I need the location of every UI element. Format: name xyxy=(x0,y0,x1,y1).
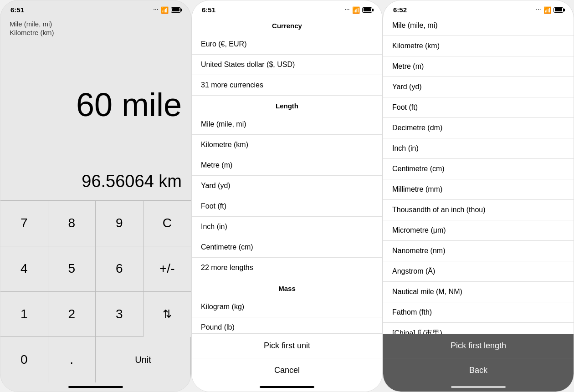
unit-item-foot[interactable]: Foot (ft) xyxy=(192,196,382,217)
status-icons-2: ··· 📶 xyxy=(345,6,372,14)
time-1: 6:51 xyxy=(10,6,24,14)
home-bar-3 xyxy=(451,386,506,388)
wifi-icon-1: 📶 xyxy=(161,6,169,14)
key-8[interactable]: 8 xyxy=(48,201,96,246)
panel2-bottom-bar: Pick first unit Cancel xyxy=(192,333,382,382)
key-2[interactable]: 2 xyxy=(48,292,96,337)
length-item-thou[interactable]: Thousandth of an inch (thou) xyxy=(383,200,574,220)
unit-item-yard[interactable]: Yard (yd) xyxy=(192,176,382,196)
home-indicator-2 xyxy=(192,382,382,392)
unit-item-centimetre[interactable]: Centimetre (cm) xyxy=(192,237,382,258)
length-item-yard[interactable]: Yard (yd) xyxy=(383,77,574,97)
length-picker-panel: 6:52 ··· 📶 Mile (mile, mi) Kilometre (km… xyxy=(383,0,574,392)
length-item-nautical[interactable]: Nautical mile (M, NM) xyxy=(383,282,574,302)
unit-item-mile[interactable]: Mile (mile, mi) xyxy=(192,114,382,135)
length-item-km[interactable]: Kilometre (km) xyxy=(383,36,574,56)
wifi-icon-3: 📶 xyxy=(543,6,551,14)
unit-picker-panel: 6:51 ··· 📶 Currency Euro (€, EUR) United… xyxy=(191,0,383,392)
length-item-micrometre[interactable]: Micrometre (μm) xyxy=(383,220,574,241)
wifi-icon-2: 📶 xyxy=(352,6,360,14)
key-7[interactable]: 7 xyxy=(0,201,48,246)
key-unit[interactable]: Unit xyxy=(96,337,191,382)
unit-item-more-currencies[interactable]: 31 more currencies xyxy=(192,75,382,96)
battery-icon-1 xyxy=(171,7,181,13)
unit-item-metre[interactable]: Metre (m) xyxy=(192,155,382,176)
calc-big-value: 60 mile xyxy=(10,37,182,172)
length-item-inch[interactable]: Inch (in) xyxy=(383,138,574,159)
key-9[interactable]: 9 xyxy=(96,201,144,246)
calc-small-value: 96.56064 km xyxy=(10,172,182,191)
signal-dots-1: ··· xyxy=(154,7,159,12)
key-1[interactable]: 1 xyxy=(0,292,48,337)
key-6[interactable]: 6 xyxy=(96,246,144,292)
section-header-mass: Mass xyxy=(192,278,382,297)
length-list: Mile (mile, mi) Kilometre (km) Metre (m)… xyxy=(383,15,574,334)
section-header-length: Length xyxy=(192,96,382,114)
calc-keypad: 7 8 9 C 4 5 6 +/- 1 2 3 ⇅ 0 . Unit xyxy=(0,200,191,382)
key-3[interactable]: 3 xyxy=(96,292,144,337)
unit-list: Currency Euro (€, EUR) United States dol… xyxy=(192,15,382,333)
status-icons-1: ··· 📶 xyxy=(154,6,181,14)
unit-item-inch[interactable]: Inch (in) xyxy=(192,217,382,237)
unit-item-euro[interactable]: Euro (€, EUR) xyxy=(192,34,382,55)
unit-item-pound[interactable]: Pound (lb) xyxy=(192,317,382,333)
home-indicator-1 xyxy=(0,382,191,392)
length-item-centimetre[interactable]: Centimetre (cm) xyxy=(383,159,574,179)
signal-dots-2: ··· xyxy=(345,7,350,12)
length-item-millimetre[interactable]: Millimetre (mm) xyxy=(383,179,574,200)
length-item-nanometre[interactable]: Nanometre (nm) xyxy=(383,241,574,261)
battery-icon-3 xyxy=(554,7,564,13)
status-icons-3: ··· 📶 xyxy=(536,6,564,14)
pick-first-length-button[interactable]: Pick first length xyxy=(383,334,574,358)
key-swap[interactable]: ⇅ xyxy=(144,292,191,337)
battery-icon-2 xyxy=(362,7,372,13)
key-decimal[interactable]: . xyxy=(48,337,96,382)
unit-item-kilogram[interactable]: Kilogram (kg) xyxy=(192,297,382,317)
key-clear[interactable]: C xyxy=(144,201,191,246)
status-bar-2: 6:51 ··· 📶 xyxy=(192,0,382,15)
unit-item-km[interactable]: Kilometre (km) xyxy=(192,135,382,155)
unit-item-usd[interactable]: United States dollar ($, USD) xyxy=(192,55,382,75)
section-header-currency: Currency xyxy=(192,15,382,34)
status-bar-3: 6:52 ··· 📶 xyxy=(383,0,574,15)
calc-unit-label-2: Kilometre (km) xyxy=(10,29,182,36)
home-indicator-3 xyxy=(383,382,574,392)
key-0[interactable]: 0 xyxy=(0,337,48,382)
panel3-bottom-bar: Pick first length Back xyxy=(383,334,574,382)
key-plusminus[interactable]: +/- xyxy=(144,246,191,292)
time-3: 6:52 xyxy=(393,6,407,14)
length-item-fathom[interactable]: Fathom (fth) xyxy=(383,302,574,323)
calc-unit-label-1: Mile (mile, mi) xyxy=(10,20,182,28)
calculator-panel: 6:51 ··· 📶 Mile (mile, mi) Kilometre (km… xyxy=(0,0,191,392)
length-item-angstrom[interactable]: Angstrom (Å) xyxy=(383,261,574,282)
length-item-foot[interactable]: Foot (ft) xyxy=(383,97,574,118)
back-button[interactable]: Back xyxy=(383,358,574,382)
key-5[interactable]: 5 xyxy=(48,246,96,292)
cancel-button[interactable]: Cancel xyxy=(192,358,382,382)
time-2: 6:51 xyxy=(202,6,215,14)
key-4[interactable]: 4 xyxy=(0,246,48,292)
unit-item-more-lengths[interactable]: 22 more lengths xyxy=(192,258,382,278)
length-item-li[interactable]: [China] lǐ (市里) xyxy=(383,323,574,334)
status-bar-1: 6:51 ··· 📶 xyxy=(0,0,191,15)
length-item-mile[interactable]: Mile (mile, mi) xyxy=(383,15,574,36)
calc-display: Mile (mile, mi) Kilometre (km) 60 mile 9… xyxy=(0,15,191,200)
home-bar-2 xyxy=(260,386,314,388)
signal-dots-3: ··· xyxy=(536,7,541,12)
length-item-metre[interactable]: Metre (m) xyxy=(383,56,574,77)
length-item-decimetre[interactable]: Decimetre (dm) xyxy=(383,118,574,138)
home-bar-1 xyxy=(68,386,123,388)
pick-first-unit-button[interactable]: Pick first unit xyxy=(192,334,382,358)
